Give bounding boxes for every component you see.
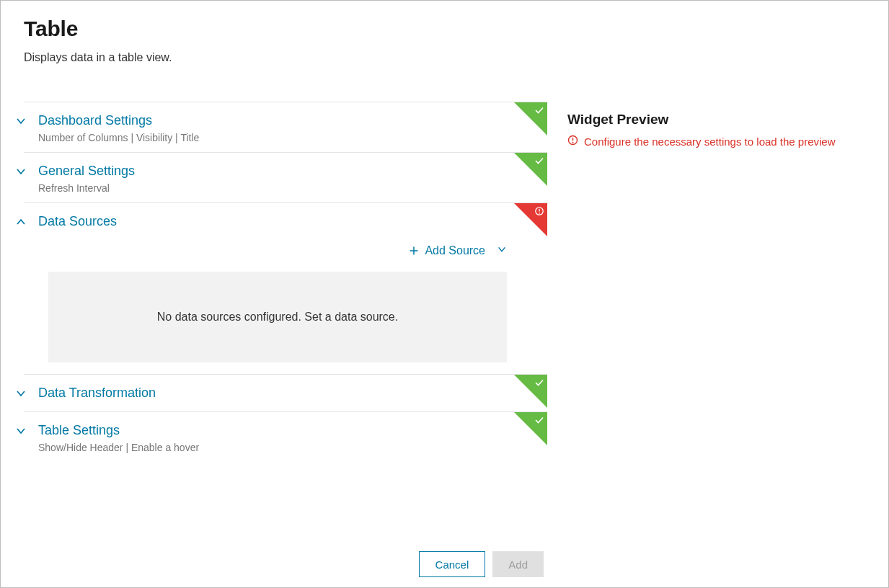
- status-badge-ok: [514, 102, 547, 135]
- page-title: Table: [24, 17, 547, 41]
- data-sources-body: Add Source No data sources configured. S…: [24, 231, 547, 365]
- preview-warning: Configure the necessary settings to load…: [567, 135, 865, 148]
- warning-icon: [567, 135, 578, 148]
- section-subtitle: Number of Columns | Visibility | Title: [38, 132, 199, 143]
- section-subtitle: Refresh Interval: [38, 182, 135, 194]
- section-title: General Settings: [38, 161, 135, 181]
- section-titles: Data Transformation: [38, 383, 156, 403]
- section-titles: Table Settings Show/Hide Header | Enable…: [38, 421, 199, 453]
- plus-icon: [409, 246, 419, 256]
- section-data-sources: Data Sources Add Source: [24, 202, 547, 374]
- add-source-label: Add Source: [425, 244, 485, 257]
- chevron-up-icon: [15, 216, 27, 228]
- section-toggle-table-settings[interactable]: Table Settings Show/Hide Header | Enable…: [24, 421, 547, 453]
- section-titles: General Settings Refresh Interval: [38, 161, 135, 194]
- section-title: Data Sources: [38, 212, 117, 231]
- settings-column: Table Displays data in a table view. Das…: [24, 17, 547, 462]
- section-subtitle: Show/Hide Header | Enable a hover: [38, 442, 199, 453]
- section-toggle-data-sources[interactable]: Data Sources: [24, 212, 547, 231]
- svg-point-7: [572, 142, 574, 143]
- chevron-down-icon: [15, 166, 27, 177]
- page-description: Displays data in a table view.: [24, 51, 547, 64]
- check-icon: [534, 105, 544, 115]
- preview-warning-text: Configure the necessary settings to load…: [584, 135, 836, 148]
- status-badge-error: [514, 203, 547, 236]
- check-icon: [534, 415, 544, 425]
- dialog-footer: Cancel Add: [419, 551, 544, 577]
- check-icon: [534, 378, 544, 388]
- section-toggle-data-transformation[interactable]: Data Transformation: [24, 383, 547, 403]
- status-badge-ok: [514, 375, 547, 408]
- section-title: Data Transformation: [38, 383, 156, 403]
- cancel-button[interactable]: Cancel: [419, 551, 486, 577]
- section-titles: Dashboard Settings Number of Columns | V…: [38, 111, 199, 143]
- check-icon: [534, 156, 544, 166]
- chevron-down-icon: [15, 425, 27, 437]
- chevron-down-icon: [15, 388, 27, 399]
- section-table-settings: Table Settings Show/Hide Header | Enable…: [24, 411, 547, 462]
- chevron-down-icon: [15, 115, 27, 127]
- add-source-button[interactable]: Add Source: [48, 244, 547, 257]
- section-toggle-general[interactable]: General Settings Refresh Interval: [24, 161, 547, 194]
- preview-column: Widget Preview Configure the necessary s…: [567, 17, 865, 462]
- dialog-window: Table Displays data in a table view. Das…: [0, 0, 889, 588]
- empty-message-text: No data sources configured. Set a data s…: [157, 311, 398, 324]
- empty-data-sources-message: No data sources configured. Set a data s…: [48, 272, 507, 362]
- chevron-down-icon: [497, 244, 507, 257]
- section-general-settings: General Settings Refresh Interval: [24, 152, 547, 202]
- section-data-transformation: Data Transformation: [24, 374, 547, 411]
- content-area: Table Displays data in a table view. Das…: [1, 1, 888, 462]
- section-title: Table Settings: [38, 421, 199, 440]
- status-badge-ok: [514, 412, 547, 445]
- section-title: Dashboard Settings: [38, 111, 199, 130]
- section-toggle-dashboard[interactable]: Dashboard Settings Number of Columns | V…: [24, 111, 547, 143]
- status-badge-ok: [514, 153, 547, 186]
- section-titles: Data Sources: [38, 212, 117, 231]
- svg-point-2: [539, 213, 540, 214]
- error-icon: [534, 206, 544, 216]
- section-dashboard-settings: Dashboard Settings Number of Columns | V…: [24, 102, 547, 152]
- widget-preview-title: Widget Preview: [567, 112, 865, 128]
- add-button: Add: [492, 551, 544, 577]
